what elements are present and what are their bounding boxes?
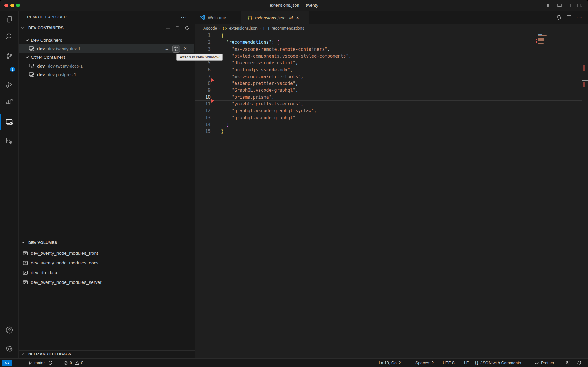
container-row-dev-twenty-dev-1[interactable]: dev dev-twenty-dev-1 → × <box>19 44 194 53</box>
toggle-panel-icon[interactable] <box>557 3 562 8</box>
add-container-icon[interactable] <box>166 26 171 31</box>
open-changes-icon[interactable] <box>556 15 562 20</box>
code-line[interactable]: "ms-vscode.makefile-tools", <box>221 73 303 80</box>
settings-gear-icon[interactable] <box>0 341 19 356</box>
volume-row[interactable]: dev_twenty_node_modules_front <box>23 251 98 256</box>
breadcrumb-folder[interactable]: .vscode <box>203 26 217 31</box>
tree-group-other-containers[interactable]: Other Containers <box>19 53 200 61</box>
code-line[interactable]: { <box>221 32 224 39</box>
tree-group-dev-containers[interactable]: Dev Containers <box>19 36 200 44</box>
clear-recent-icon[interactable] <box>175 26 180 31</box>
search-icon[interactable] <box>0 29 19 44</box>
code-line[interactable]: "GraphQL.vscode-graphql", <box>221 87 298 94</box>
views-more-actions-icon[interactable]: ··· <box>181 14 187 21</box>
line-number[interactable]: 9 <box>195 87 211 94</box>
minimap-line <box>538 34 542 35</box>
tab-label: Welcome <box>208 15 226 20</box>
container-name: dev <box>37 63 45 69</box>
code-line[interactable]: "styled-components.vscode-styled-compone… <box>221 53 351 60</box>
array-symbol-icon: [ ] <box>263 26 270 31</box>
code-line[interactable]: "graphql.vscode-graphql" <box>221 115 295 121</box>
extensions-icon[interactable] <box>0 95 19 110</box>
toggle-secondary-sidebar-icon[interactable] <box>567 3 573 8</box>
code-line[interactable]: "unifiedjs.vscode-mdx", <box>221 67 293 73</box>
code-line[interactable]: "yoavbls.pretty-ts-errors", <box>221 101 303 108</box>
problems-item[interactable]: 0 0 <box>64 359 83 367</box>
overview-ruler-mark[interactable] <box>583 82 585 87</box>
line-number[interactable]: 14 <box>195 121 211 128</box>
section-dev-volumes[interactable]: DEV VOLUMES <box>21 240 57 245</box>
section-help-and-feedback[interactable]: HELP AND FEEDBACK <box>21 352 71 356</box>
code-line[interactable]: ] <box>221 121 229 128</box>
tab-welcome[interactable]: Welcome <box>195 11 241 24</box>
attach-in-new-window-icon[interactable] <box>173 45 180 52</box>
remote-indicator[interactable]: >< <box>2 360 12 366</box>
minimap-line <box>538 33 538 34</box>
volume-row[interactable]: dev_twenty_node_modules_docs <box>23 260 98 266</box>
code-line[interactable]: "ms-vscode-remote.remote-containers", <box>221 46 330 53</box>
line-number[interactable]: 6 <box>195 67 211 73</box>
toggle-primary-sidebar-icon[interactable] <box>546 3 552 8</box>
line-number[interactable]: 15 <box>195 128 211 135</box>
language-mode-item[interactable]: {̦} JSON with Comments <box>475 359 521 367</box>
cursor-position-item[interactable]: Ln 10, Col 21 <box>379 359 403 367</box>
line-number[interactable]: 12 <box>195 108 211 114</box>
code-line[interactable]: "dbaeumer.vscode-eslint", <box>221 60 298 66</box>
code-line[interactable]: "prisma.prisma", <box>221 94 274 101</box>
accounts-icon[interactable] <box>0 322 19 338</box>
split-editor-icon[interactable] <box>566 15 572 20</box>
code-line[interactable]: "graphql.vscode-graphql-syntax", <box>221 108 317 114</box>
eol-item[interactable]: LF <box>464 359 469 367</box>
check-all-icon <box>534 361 539 365</box>
line-number[interactable]: 10 <box>195 94 211 101</box>
explorer-icon[interactable] <box>0 12 19 27</box>
breadcrumb-file[interactable]: extensions.json <box>229 26 258 31</box>
notifications-item[interactable] <box>577 359 582 367</box>
git-branch-item[interactable]: main* <box>28 359 53 367</box>
section-dev-containers[interactable]: DEV CONTAINERS <box>21 26 64 30</box>
code-line[interactable]: } <box>221 128 224 135</box>
line-number[interactable]: 7 <box>195 73 211 80</box>
section-label: DEV VOLUMES <box>28 240 57 245</box>
close-tab-icon[interactable]: × <box>296 15 299 21</box>
volume-row[interactable]: dev_db_data <box>23 270 57 275</box>
stop-container-icon[interactable]: × <box>182 45 189 52</box>
customize-layout-icon[interactable] <box>577 3 582 8</box>
code-line[interactable]: "recommendations": [ <box>221 39 280 46</box>
window-title: extensions.json — twenty <box>0 0 588 11</box>
line-number[interactable]: 8 <box>195 80 211 87</box>
minimap-line <box>538 37 544 37</box>
editor-tab-bar: Welcome {} extensions.json M × ··· <box>195 11 588 24</box>
overview-ruler-mark[interactable] <box>583 65 585 71</box>
minimap-line <box>538 36 548 36</box>
feedback-item[interactable] <box>565 359 570 367</box>
remote-explorer-icon[interactable] <box>0 115 19 130</box>
remote-explorer-sidebar: REMOTE EXPLORER ··· DEV CONTAINERS Dev C… <box>19 11 195 358</box>
refresh-icon[interactable] <box>184 26 189 31</box>
encoding-item[interactable]: UTF-8 <box>443 359 455 367</box>
tab-extensions-json[interactable]: {} extensions.json M × <box>241 11 309 24</box>
dev-containers-icon[interactable] <box>0 133 19 148</box>
code-line[interactable]: "esbenp.prettier-vscode", <box>221 80 298 87</box>
container-row-dev-twenty-docs-1[interactable]: dev dev-twenty-docs-1 <box>19 62 194 70</box>
line-number[interactable]: 3 <box>195 46 211 53</box>
container-name: dev <box>37 72 45 77</box>
attach-in-current-window-icon[interactable]: → <box>163 45 171 52</box>
source-control-icon[interactable] <box>0 48 19 63</box>
cursor-position: Ln 10, Col 21 <box>379 361 403 365</box>
section-separator <box>19 350 195 351</box>
more-actions-icon[interactable]: ··· <box>576 14 582 20</box>
breadcrumb-symbol[interactable]: recommendations <box>272 26 304 31</box>
minimap[interactable] <box>536 33 583 47</box>
formatter-item[interactable]: Prettier <box>534 359 554 367</box>
run-debug-icon[interactable] <box>0 77 19 92</box>
volume-row[interactable]: dev_twenty_node_modules_server <box>23 280 101 285</box>
activity-bar: 1 <box>0 11 19 358</box>
line-number[interactable]: 11 <box>195 101 211 108</box>
line-number[interactable]: 13 <box>195 115 211 121</box>
indentation-item[interactable]: Spaces: 2 <box>415 359 434 367</box>
volume-label: dev_twenty_node_modules_docs <box>31 260 98 266</box>
gutter-marker-icon <box>211 99 214 103</box>
encoding: UTF-8 <box>443 361 455 365</box>
container-row-dev-postgres-1[interactable]: dev dev-postgres-1 <box>19 70 194 79</box>
